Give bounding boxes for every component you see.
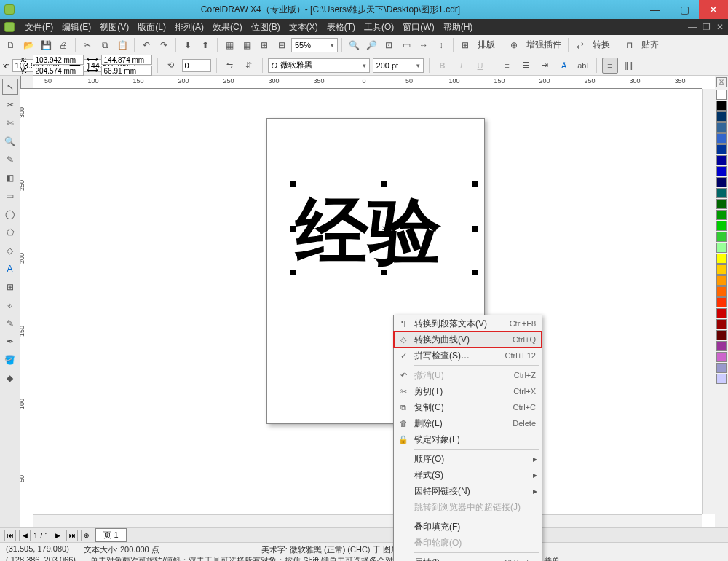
color-swatch[interactable] [716,166,727,176]
scrollbar-horizontal[interactable] [33,514,702,527]
color-swatch[interactable] [716,90,727,100]
pick-tool-icon[interactable]: ↖ [2,79,18,95]
close-button[interactable]: ✕ [699,0,728,19]
color-swatch[interactable] [716,341,727,351]
page-tab[interactable]: 页 1 [95,528,126,542]
menu-B[interactable]: 位图(B) [247,20,285,35]
new-icon[interactable]: 🗋 [3,37,19,53]
mdi-minimize-button[interactable]: — [688,22,697,32]
context-item[interactable]: 属性(I)Alt+Enter [394,554,542,561]
convert-label[interactable]: 转换 [590,39,613,51]
color-swatch[interactable] [716,221,727,231]
zoom-page-icon[interactable]: ▭ [398,37,414,53]
tb-icon-4[interactable]: ⊟ [274,37,290,53]
sel-handle-bc[interactable] [381,270,387,275]
redo-icon[interactable]: ↷ [156,37,172,53]
convert-icon[interactable]: ⇄ [572,37,588,53]
sel-handle-mr[interactable] [472,226,478,232]
tb-icon-1[interactable]: ▦ [221,37,237,53]
ruler-corner[interactable] [20,76,33,89]
page-last-button[interactable]: ⏭ [66,530,78,541]
copy-icon[interactable]: ⧉ [97,37,113,53]
zoom-tool-icon[interactable]: 🔍 [2,133,18,149]
tb-icon-2[interactable]: ▦ [239,37,255,53]
bullets-icon[interactable]: ☰ [518,58,534,74]
color-swatch[interactable] [716,122,727,133]
italic-icon[interactable]: I [454,58,470,74]
crop-tool-icon[interactable]: ✄ [2,115,18,131]
mirror-v-icon[interactable]: ⇵ [241,58,257,74]
ruler-horizontal[interactable]: 5010015020025030035005010015020025030035… [33,76,702,89]
sel-handle-tr[interactable] [472,181,478,187]
ellipse-tool-icon[interactable]: ◯ [2,206,18,222]
freehand-tool-icon[interactable]: ✎ [2,152,18,168]
align-label[interactable]: 贴齐 [638,39,662,51]
context-item[interactable]: ✂剪切(T)Ctrl+X [394,383,542,399]
menu-X[interactable]: 文本(X) [285,20,323,35]
menu-T[interactable]: 表格(T) [323,20,360,35]
mdi-restore-button[interactable]: ❐ [703,22,711,32]
context-item[interactable]: 因特网链接(N) [394,483,542,499]
align-icon[interactable]: ⊓ [621,37,637,53]
sel-handle-tl[interactable] [290,181,296,187]
basic-shapes-icon[interactable]: ◇ [2,243,18,259]
sel-handle-tc[interactable] [381,181,387,187]
mdi-close-button[interactable]: ✕ [716,22,724,32]
context-item[interactable]: 样式(S) [394,467,542,483]
zoom-height-icon[interactable]: ↕ [433,37,449,53]
import-icon[interactable]: ⬇ [180,37,196,53]
vert-text-icon[interactable]: ‖‖ [621,58,637,74]
menu-C[interactable]: 效果(C) [208,20,247,35]
menu-W[interactable]: 窗口(W) [398,20,438,35]
text-tool-icon[interactable]: A [2,261,18,277]
maximize-button[interactable]: ▢ [670,0,699,19]
color-swatch[interactable] [716,101,727,111]
zoom-out-icon[interactable]: 🔎 [363,37,379,53]
undo-icon[interactable]: ↶ [138,37,154,53]
menu-L[interactable]: 版面(L) [133,20,170,35]
interactive-fill-icon[interactable]: ◆ [2,370,18,386]
color-swatch[interactable] [716,264,727,275]
menu-A[interactable]: 排列(A) [170,20,208,35]
menu-V[interactable]: 视图(V) [95,20,133,35]
context-item[interactable]: 🔒锁定对象(L) [394,431,542,447]
color-swatch[interactable] [716,330,727,340]
color-swatch[interactable] [716,210,727,220]
color-swatch[interactable] [716,133,727,144]
eyedropper-icon[interactable]: ✎ [2,315,18,332]
rectangle-tool-icon[interactable]: ▭ [2,188,18,204]
indent-icon[interactable]: ⇥ [537,58,553,74]
fontsize-dropdown[interactable]: 200 pt [373,58,424,73]
color-swatch[interactable] [716,188,727,198]
menu-H[interactable]: 帮助(H) [439,20,478,35]
context-item[interactable]: 🗑删除(L)Delete [394,415,542,431]
paste-icon[interactable]: 📋 [114,37,130,53]
context-item[interactable]: ⧉复制(C)Ctrl+C [394,399,542,415]
sel-center-icon[interactable]: ✕ [381,224,387,232]
color-swatch[interactable] [716,308,727,318]
context-item[interactable]: ✓拼写检查(S)…Ctrl+F12 [394,348,542,364]
char-format-icon[interactable]: abl [575,58,591,74]
zoom-dropdown[interactable]: 55% [291,38,338,52]
color-swatch[interactable] [716,352,727,362]
context-item[interactable]: ◇转换为曲线(V)Ctrl+Q [394,332,542,348]
plugin-icon[interactable]: ⊕ [506,37,522,53]
color-swatch[interactable] [716,254,727,264]
color-swatch[interactable] [716,111,727,122]
page-add-button[interactable]: ⊕ [81,530,92,541]
sel-handle-ml[interactable] [290,226,296,232]
export-icon[interactable]: ⬆ [197,37,213,53]
rotation-input[interactable] [182,59,211,72]
ruler-vertical[interactable]: 30025020015010050 [20,89,33,514]
color-swatch[interactable] [716,155,727,165]
align-left-icon[interactable]: ≡ [499,58,515,74]
color-swatch[interactable] [716,232,727,242]
bold-icon[interactable]: B [435,58,451,74]
table-tool-icon[interactable]: ⊞ [2,279,18,295]
font-dropdown[interactable]: O微软雅黑 [268,58,370,73]
blend-tool-icon[interactable]: ⟐ [2,297,18,313]
outline-tool-icon[interactable]: ✒ [2,334,18,350]
minimize-button[interactable]: — [641,0,670,19]
page-prev-button[interactable]: ◀ [19,530,31,541]
menu-F[interactable]: 文件(F) [20,20,58,35]
